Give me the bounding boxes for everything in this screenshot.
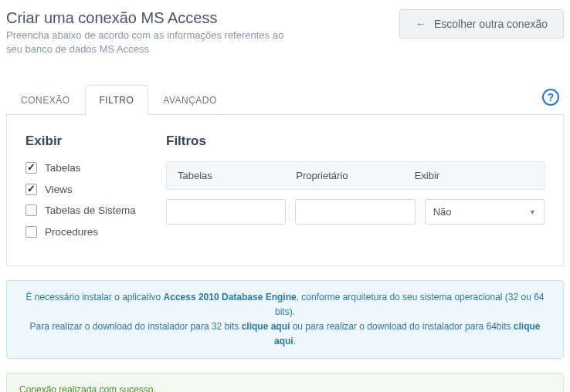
checkbox-tabelas-sistema[interactable]: Tabelas de Sistema [25,204,141,218]
info-line2-pre: Para realizar o download do instalador p… [29,321,241,332]
checkbox-icon [25,204,37,216]
tab-conexao[interactable]: CONEXÃO [6,85,85,115]
tabs: CONEXÃO FILTRO AVANÇADO ? [6,84,564,115]
page-subtitle: Preencha abaixo de acordo com as informa… [6,29,300,56]
info-text-bold: Access 2010 Database Engine [164,292,297,302]
help-icon[interactable]: ? [542,89,559,106]
checkbox-label: Tabelas de Sistema [45,204,136,218]
exibir-column: Exibir Tabelas Views Tabelas de Sistema … [25,133,141,246]
chevron-down-icon: ▼ [529,208,536,216]
col-header-tabelas: Tabelas [178,170,296,181]
proprietario-input[interactable] [295,199,415,225]
page-header: Criar uma conexão MS Access Preencha aba… [6,6,564,63]
tab-avancado[interactable]: AVANÇADO [148,85,232,115]
checkbox-label: Views [45,183,73,197]
info-alert: É necessário instalar o aplicativo Acces… [6,280,564,360]
checkbox-icon [25,184,37,195]
checkbox-procedures[interactable]: Procedures [25,225,141,239]
checkbox-label: Tabelas [45,161,81,175]
tabelas-input[interactable] [166,199,286,225]
filter-table-row: Não ▼ [166,190,545,228]
filtros-title: Filtros [166,133,545,149]
choose-other-connection-button[interactable]: ← Escolher outra conexão [399,9,564,39]
success-text: Conexão realizada com sucesso. [19,384,156,392]
header-text-block: Criar uma conexão MS Access Preencha aba… [6,9,300,56]
info-line2-mid: ou para realizar o download do instalado… [290,321,514,332]
checkbox-icon [25,226,37,238]
info-text-post: , conforme arquitetura do seu sistema op… [275,292,545,317]
checkbox-tabelas[interactable]: Tabelas [25,161,141,175]
download-32bit-link[interactable]: clique aqui [242,321,290,332]
exibir-select-value: Não [433,206,452,218]
col-header-exibir: Exibir [415,170,533,181]
checkbox-label: Procedures [45,225,98,239]
checkbox-icon [25,162,37,174]
filter-table-header: Tabelas Proprietário Exibir [166,161,545,190]
arrow-left-icon: ← [416,18,426,30]
exibir-title: Exibir [25,133,141,149]
filtros-column: Filtros Tabelas Proprietário Exibir Não … [166,133,545,246]
info-text-pre: É necessário instalar o aplicativo [25,292,163,302]
filter-panel: Exibir Tabelas Views Tabelas de Sistema … [6,115,564,265]
exibir-select[interactable]: Não ▼ [425,199,545,225]
info-line2-end: . [293,336,296,346]
page-title: Criar uma conexão MS Access [6,9,300,27]
success-alert: Conexão realizada com sucesso. [6,373,564,392]
col-header-proprietario: Proprietário [296,170,414,181]
tab-filtro[interactable]: FILTRO [85,85,149,115]
checkbox-views[interactable]: Views [25,183,141,197]
choose-other-label: Escolher outra conexão [434,18,548,30]
